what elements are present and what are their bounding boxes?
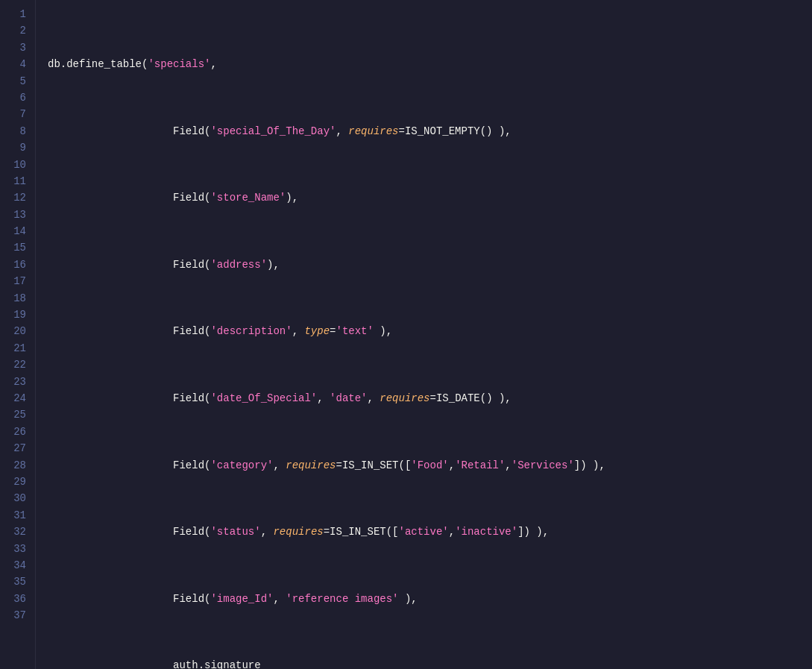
line-num-23: 23: [6, 374, 26, 390]
line-num-3: 3: [6, 40, 26, 56]
line-num-21: 21: [6, 340, 26, 357]
line-num-24: 24: [6, 390, 26, 406]
line-num-33: 33: [6, 541, 26, 557]
code-body[interactable]: db.define_table('specials', Field('speci…: [36, 0, 812, 669]
code-line-7: Field('category', requires=IS_IN_SET(['F…: [48, 457, 800, 474]
line-num-35: 35: [6, 574, 26, 590]
code-line-6: Field('date_Of_Special', 'date', require…: [48, 390, 800, 406]
code-line-3: Field('store_Name'),: [48, 189, 800, 206]
line-num-29: 29: [6, 474, 26, 490]
line-num-1: 1: [6, 6, 26, 22]
line-num-31: 31: [6, 507, 26, 524]
line-num-36: 36: [6, 591, 26, 607]
line-num-32: 32: [6, 524, 26, 540]
line-num-28: 28: [6, 457, 26, 474]
line-num-14: 14: [6, 223, 26, 239]
line-num-8: 8: [6, 123, 26, 139]
line-num-5: 5: [6, 73, 26, 89]
line-num-11: 11: [6, 173, 26, 189]
line-num-9: 9: [6, 139, 26, 156]
line-num-19: 19: [6, 307, 26, 323]
code-editor: 1 2 3 4 5 6 7 8 9 10 11 12 13 14 15 16 1…: [0, 0, 812, 669]
line-num-16: 16: [6, 257, 26, 273]
code-line-1: db.define_table('specials',: [48, 56, 800, 72]
line-num-30: 30: [6, 490, 26, 506]
line-num-7: 7: [6, 106, 26, 122]
line-num-26: 26: [6, 424, 26, 440]
line-num-18: 18: [6, 290, 26, 307]
line-num-34: 34: [6, 557, 26, 574]
line-num-27: 27: [6, 440, 26, 456]
line-num-20: 20: [6, 323, 26, 339]
line-num-12: 12: [6, 189, 26, 206]
line-num-10: 10: [6, 157, 26, 173]
line-num-22: 22: [6, 357, 26, 373]
line-num-17: 17: [6, 273, 26, 289]
line-num-13: 13: [6, 207, 26, 223]
line-num-25: 25: [6, 406, 26, 423]
line-num-4: 4: [6, 56, 26, 72]
code-line-9: Field('image_Id', 'reference images' ),: [48, 591, 800, 607]
code-line-8: Field('status', requires=IS_IN_SET(['act…: [48, 524, 800, 540]
code-line-5: Field('description', type='text' ),: [48, 323, 800, 339]
line-num-37: 37: [6, 607, 26, 624]
line-numbers: 1 2 3 4 5 6 7 8 9 10 11 12 13 14 15 16 1…: [0, 0, 36, 669]
line-num-2: 2: [6, 22, 26, 39]
line-num-6: 6: [6, 89, 26, 106]
line-num-15: 15: [6, 239, 26, 256]
code-line-2: Field('special_Of_The_Day', requires=IS_…: [48, 123, 800, 139]
code-line-10: auth.signature: [48, 657, 800, 669]
code-line-4: Field('address'),: [48, 257, 800, 273]
